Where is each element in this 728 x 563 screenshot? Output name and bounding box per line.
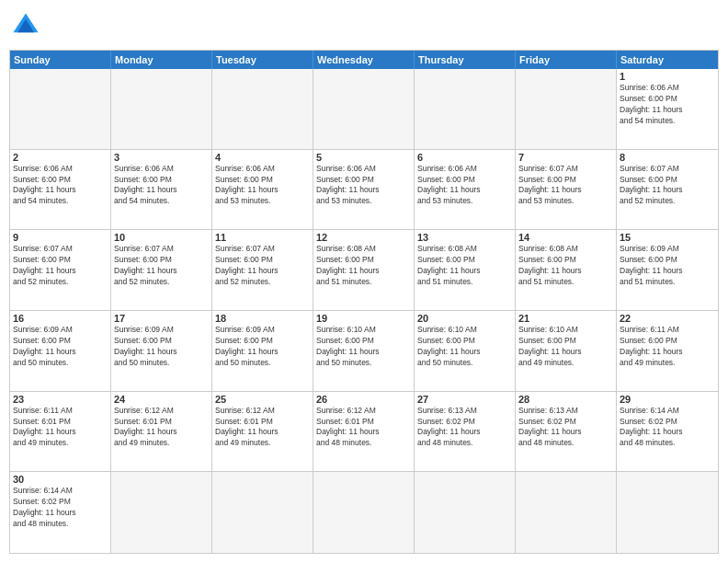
- day-number: 6: [417, 152, 512, 163]
- cell-info: Sunrise: 6:12 AM Sunset: 6:01 PM Dayligh…: [114, 406, 209, 450]
- day-number: 12: [316, 232, 411, 243]
- day-header: Monday: [111, 51, 212, 69]
- cell-info: Sunrise: 6:06 AM Sunset: 6:00 PM Dayligh…: [417, 164, 512, 208]
- day-number: 29: [620, 394, 715, 405]
- calendar-cell: 7Sunrise: 6:07 AM Sunset: 6:00 PM Daylig…: [516, 150, 617, 231]
- calendar-cell-empty: [111, 69, 212, 150]
- cell-info: Sunrise: 6:12 AM Sunset: 6:01 PM Dayligh…: [215, 406, 310, 450]
- cell-info: Sunrise: 6:08 AM Sunset: 6:00 PM Dayligh…: [518, 244, 613, 288]
- calendar-cell: 20Sunrise: 6:10 AM Sunset: 6:00 PM Dayli…: [415, 311, 516, 392]
- cell-info: Sunrise: 6:09 AM Sunset: 6:00 PM Dayligh…: [13, 325, 108, 369]
- calendar-cell: 24Sunrise: 6:12 AM Sunset: 6:01 PM Dayli…: [111, 392, 212, 473]
- calendar-cell: 14Sunrise: 6:08 AM Sunset: 6:00 PM Dayli…: [516, 230, 617, 311]
- cell-info: Sunrise: 6:11 AM Sunset: 6:00 PM Dayligh…: [620, 325, 715, 369]
- calendar-cell-empty: [313, 472, 415, 553]
- page: SundayMondayTuesdayWednesdayThursdayFrid…: [0, 0, 728, 563]
- cell-info: Sunrise: 6:10 AM Sunset: 6:00 PM Dayligh…: [518, 325, 613, 369]
- cell-info: Sunrise: 6:07 AM Sunset: 6:00 PM Dayligh…: [620, 164, 715, 208]
- day-number: 2: [13, 152, 108, 163]
- calendar-cell-empty: [10, 69, 111, 150]
- day-header: Sunday: [10, 51, 111, 69]
- logo-icon: [9, 9, 42, 42]
- day-header: Wednesday: [313, 51, 415, 69]
- day-header: Saturday: [617, 51, 718, 69]
- header: [9, 9, 719, 42]
- day-header: Thursday: [415, 51, 516, 69]
- calendar-cell-empty: [516, 472, 617, 553]
- cell-info: Sunrise: 6:08 AM Sunset: 6:00 PM Dayligh…: [316, 244, 411, 288]
- calendar-cell-empty: [415, 69, 516, 150]
- day-number: 8: [620, 152, 715, 163]
- calendar-cell-empty: [415, 472, 516, 553]
- cell-info: Sunrise: 6:13 AM Sunset: 6:02 PM Dayligh…: [417, 406, 512, 450]
- day-number: 23: [13, 394, 108, 405]
- calendar-cell: 9Sunrise: 6:07 AM Sunset: 6:00 PM Daylig…: [10, 230, 111, 311]
- calendar-cell: 15Sunrise: 6:09 AM Sunset: 6:00 PM Dayli…: [617, 230, 718, 311]
- calendar-cell: 17Sunrise: 6:09 AM Sunset: 6:00 PM Dayli…: [111, 311, 212, 392]
- cell-info: Sunrise: 6:09 AM Sunset: 6:00 PM Dayligh…: [620, 244, 715, 288]
- day-number: 14: [518, 232, 613, 243]
- calendar-cell: 12Sunrise: 6:08 AM Sunset: 6:00 PM Dayli…: [313, 230, 415, 311]
- day-number: 28: [518, 394, 613, 405]
- calendar-cell: 2Sunrise: 6:06 AM Sunset: 6:00 PM Daylig…: [10, 150, 111, 231]
- calendar-cell: 13Sunrise: 6:08 AM Sunset: 6:00 PM Dayli…: [415, 230, 516, 311]
- day-number: 17: [114, 313, 209, 324]
- calendar-cell: 30Sunrise: 6:14 AM Sunset: 6:02 PM Dayli…: [10, 472, 111, 553]
- calendar-cell: 26Sunrise: 6:12 AM Sunset: 6:01 PM Dayli…: [313, 392, 415, 473]
- cell-info: Sunrise: 6:14 AM Sunset: 6:02 PM Dayligh…: [620, 406, 715, 450]
- calendar-cell: 23Sunrise: 6:11 AM Sunset: 6:01 PM Dayli…: [10, 392, 111, 473]
- day-number: 20: [417, 313, 512, 324]
- calendar-cell: 29Sunrise: 6:14 AM Sunset: 6:02 PM Dayli…: [617, 392, 718, 473]
- day-number: 4: [215, 152, 310, 163]
- day-number: 3: [114, 152, 209, 163]
- calendar-cell-empty: [313, 69, 415, 150]
- day-number: 24: [114, 394, 209, 405]
- day-number: 1: [620, 71, 715, 82]
- day-number: 27: [417, 394, 512, 405]
- cell-info: Sunrise: 6:06 AM Sunset: 6:00 PM Dayligh…: [114, 164, 209, 208]
- cell-info: Sunrise: 6:07 AM Sunset: 6:00 PM Dayligh…: [114, 244, 209, 288]
- cell-info: Sunrise: 6:08 AM Sunset: 6:00 PM Dayligh…: [417, 244, 512, 288]
- day-number: 18: [215, 313, 310, 324]
- cell-info: Sunrise: 6:06 AM Sunset: 6:00 PM Dayligh…: [316, 164, 411, 208]
- calendar-cell-empty: [212, 69, 313, 150]
- calendar: SundayMondayTuesdayWednesdayThursdayFrid…: [9, 50, 719, 554]
- day-number: 13: [417, 232, 512, 243]
- calendar-cell: 4Sunrise: 6:06 AM Sunset: 6:00 PM Daylig…: [212, 150, 313, 231]
- cell-info: Sunrise: 6:10 AM Sunset: 6:00 PM Dayligh…: [417, 325, 512, 369]
- calendar-cell-empty: [516, 69, 617, 150]
- day-number: 30: [13, 474, 108, 485]
- day-number: 11: [215, 232, 310, 243]
- day-number: 25: [215, 394, 310, 405]
- cell-info: Sunrise: 6:07 AM Sunset: 6:00 PM Dayligh…: [518, 164, 613, 208]
- day-number: 26: [316, 394, 411, 405]
- calendar-cell: 18Sunrise: 6:09 AM Sunset: 6:00 PM Dayli…: [212, 311, 313, 392]
- calendar-cell: 10Sunrise: 6:07 AM Sunset: 6:00 PM Dayli…: [111, 230, 212, 311]
- calendar-cell: 19Sunrise: 6:10 AM Sunset: 6:00 PM Dayli…: [313, 311, 415, 392]
- day-number: 9: [13, 232, 108, 243]
- cell-info: Sunrise: 6:06 AM Sunset: 6:00 PM Dayligh…: [13, 164, 108, 208]
- cell-info: Sunrise: 6:10 AM Sunset: 6:00 PM Dayligh…: [316, 325, 411, 369]
- calendar-cell: 16Sunrise: 6:09 AM Sunset: 6:00 PM Dayli…: [10, 311, 111, 392]
- calendar-cell: 27Sunrise: 6:13 AM Sunset: 6:02 PM Dayli…: [415, 392, 516, 473]
- day-number: 16: [13, 313, 108, 324]
- day-number: 7: [518, 152, 613, 163]
- cell-info: Sunrise: 6:07 AM Sunset: 6:00 PM Dayligh…: [215, 244, 310, 288]
- calendar-cell: 21Sunrise: 6:10 AM Sunset: 6:00 PM Dayli…: [516, 311, 617, 392]
- calendar-cell-empty: [212, 472, 313, 553]
- calendar-cell: 8Sunrise: 6:07 AM Sunset: 6:00 PM Daylig…: [617, 150, 718, 231]
- logo: [9, 9, 46, 42]
- calendar-cell: 22Sunrise: 6:11 AM Sunset: 6:00 PM Dayli…: [617, 311, 718, 392]
- day-number: 15: [620, 232, 715, 243]
- day-number: 22: [620, 313, 715, 324]
- day-number: 21: [518, 313, 613, 324]
- calendar-cell: 5Sunrise: 6:06 AM Sunset: 6:00 PM Daylig…: [313, 150, 415, 231]
- cell-info: Sunrise: 6:11 AM Sunset: 6:01 PM Dayligh…: [13, 406, 108, 450]
- calendar-cell: 11Sunrise: 6:07 AM Sunset: 6:00 PM Dayli…: [212, 230, 313, 311]
- calendar-grid: 1Sunrise: 6:06 AM Sunset: 6:00 PM Daylig…: [10, 69, 718, 553]
- calendar-cell: 1Sunrise: 6:06 AM Sunset: 6:00 PM Daylig…: [617, 69, 718, 150]
- day-number: 10: [114, 232, 209, 243]
- day-header: Friday: [516, 51, 617, 69]
- cell-info: Sunrise: 6:09 AM Sunset: 6:00 PM Dayligh…: [114, 325, 209, 369]
- calendar-cell: 25Sunrise: 6:12 AM Sunset: 6:01 PM Dayli…: [212, 392, 313, 473]
